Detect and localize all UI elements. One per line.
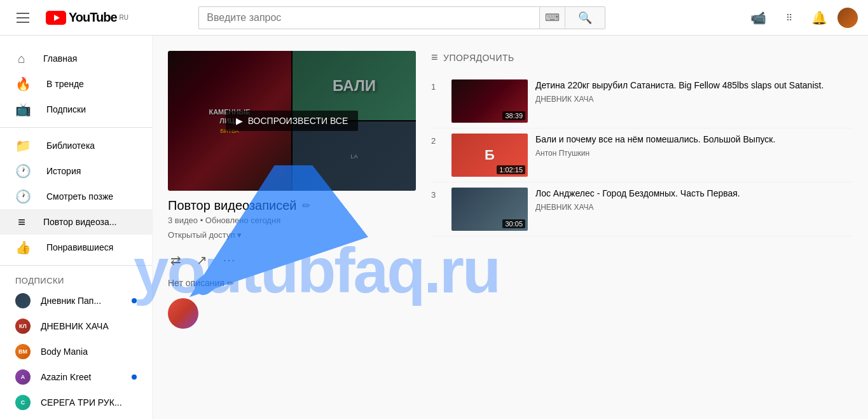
sort-header[interactable]: ≡ УПОРЯДОЧИТЬ xyxy=(431,51,853,74)
video-channel-2: Антон Птушкин xyxy=(535,149,853,158)
play-all-button[interactable]: ▶ ВОСПРОИЗВЕСТИ ВСЕ xyxy=(226,111,359,131)
playlist-meta: 3 видео • Обновлено сегодня xyxy=(168,216,416,225)
header-right: 📹 ⠿ 🔔 xyxy=(746,5,858,31)
subscriptions-title: ПОДПИСКИ xyxy=(0,271,152,288)
main-content: КАМЕННЫЕЛИЦА БИТВА БАЛИ LA xyxy=(153,36,868,419)
playlist-info: Повтор видеозаписей ✏ 3 видео • Обновлен… xyxy=(168,191,416,336)
playlist-thumbnail[interactable]: КАМЕННЫЕЛИЦА БИТВА БАЛИ LA xyxy=(168,51,416,191)
play-all-label: ВОСПРОИЗВЕСТИ ВСЕ xyxy=(248,116,348,126)
search-input[interactable] xyxy=(198,6,539,29)
video-thumb-wrap-1: 38:39 xyxy=(451,79,528,123)
sidebar-label-library: Библиотека xyxy=(46,141,95,151)
search-icon: 🔍 xyxy=(578,11,592,25)
video-title-2: Бали и почему все на нём помешались. Бол… xyxy=(535,134,853,146)
sub-avatar-3: BM xyxy=(15,344,31,359)
user-avatar-thumb[interactable] xyxy=(168,298,198,329)
playlist-video-item-2[interactable]: 2 Б 1:02:15 Бали и почему все на нём пом… xyxy=(431,128,853,182)
sidebar-item-subscriptions[interactable]: 📺 Подписки xyxy=(0,97,152,122)
sidebar-label-liked: Понравившиеся xyxy=(46,242,113,252)
no-desc-text: Нет описания xyxy=(168,278,224,288)
video-title-3: Лос Анджелес - Город Бездомных. Часть Пе… xyxy=(535,188,853,200)
video-info-2: Бали и почему все на нём помешались. Бол… xyxy=(535,134,853,158)
sidebar-label-history: История xyxy=(46,166,81,176)
edit-icon[interactable]: ✏ xyxy=(302,200,310,212)
playlist-title-row: Повтор видеозаписей ✏ xyxy=(168,198,416,213)
keyboard-icon: ⌨ xyxy=(545,11,560,24)
sub-item-1[interactable]: Дневник Пап... xyxy=(0,288,152,313)
video-duration-2: 1:02:15 xyxy=(497,165,525,174)
hamburger-icon xyxy=(14,10,32,25)
apps-icon: ⠿ xyxy=(786,13,792,22)
left-panel: КАМЕННЫЕЛИЦА БИТВА БАЛИ LA xyxy=(168,51,416,404)
search-bar: ⌨ 🔍 xyxy=(198,6,605,29)
sub-name-4: Azazin Kreet xyxy=(41,372,91,382)
sub-avatar-5: С xyxy=(15,395,31,410)
video-index-3: 3 xyxy=(431,188,444,200)
sidebar-label-replay: Повтор видеоза... xyxy=(43,217,116,227)
sidebar-item-replay[interactable]: ≡ Повтор видеоза... xyxy=(0,209,152,235)
avatar[interactable] xyxy=(837,8,858,28)
search-button[interactable]: 🔍 xyxy=(565,6,605,29)
sidebar-item-history[interactable]: 🕐 История xyxy=(0,158,152,184)
video-info-3: Лос Анджелес - Город Бездомных. Часть Пе… xyxy=(535,188,853,212)
sub-avatar-2: КЛ xyxy=(15,319,31,334)
upload-button[interactable]: 📹 xyxy=(746,5,771,31)
sub-item-5[interactable]: С СЕРЕГА ТРИ РУК... xyxy=(0,390,152,415)
logo-suffix: RU xyxy=(120,14,128,21)
watch-later-icon: 🕐 xyxy=(15,189,31,204)
playlist-actions: ⇄ ↗ ⋯ xyxy=(168,250,416,270)
sidebar-label-subscriptions: Подписки xyxy=(46,104,86,114)
sidebar-item-trending[interactable]: 🔥 В тренде xyxy=(0,71,152,97)
share-button[interactable]: ↗ xyxy=(194,250,210,270)
sort-icon: ≡ xyxy=(431,51,438,64)
playlist-video-item-3[interactable]: 3 30:05 Лос Анджелес - Город Бездомных. … xyxy=(431,182,853,237)
sub-item-2[interactable]: КЛ ДНЕВНИК ХАЧА xyxy=(0,313,152,339)
edit-desc-icon[interactable]: ✏ xyxy=(227,278,234,288)
sidebar-subscriptions-section: ПОДПИСКИ Дневник Пап... КЛ ДНЕВНИК ХАЧА … xyxy=(0,266,152,419)
no-description: Нет описания ✏ xyxy=(168,278,416,288)
bell-icon: 🔔 xyxy=(811,10,827,25)
history-icon: 🕐 xyxy=(15,163,31,179)
sub-name-2: ДНЕВНИК ХАЧА xyxy=(41,321,109,331)
sub-name-1: Дневник Пап... xyxy=(41,296,101,306)
video-info-1: Детина 220кг вырубил Сатаниста. Big Fell… xyxy=(535,79,853,104)
sub-item-4[interactable]: A Azazin Kreet xyxy=(0,364,152,390)
video-channel-3: ДНЕВНИК ХАЧА xyxy=(535,203,853,212)
sub-dot-4 xyxy=(132,374,137,380)
library-icon: 📁 xyxy=(15,138,31,153)
shuffle-button[interactable]: ⇄ xyxy=(168,250,184,270)
sub-name-5: СЕРЕГА ТРИ РУК... xyxy=(41,397,122,408)
sidebar-item-liked[interactable]: 👍 Понравившиеся xyxy=(0,235,152,260)
shuffle-icon: ⇄ xyxy=(170,253,181,267)
sidebar-item-home[interactable]: ⌂ Главная xyxy=(0,46,152,71)
notifications-button[interactable]: 🔔 xyxy=(807,5,832,31)
video-index-2: 2 xyxy=(431,134,444,146)
sidebar-item-library[interactable]: 📁 Библиотека xyxy=(0,133,152,158)
apps-button[interactable]: ⠿ xyxy=(776,5,802,31)
chevron-down-icon: ▾ xyxy=(237,230,242,240)
video-duration-3: 30:05 xyxy=(502,219,525,228)
sub-dot-1 xyxy=(132,298,137,303)
sidebar-label-trending: В тренде xyxy=(46,79,84,89)
sort-label: УПОРЯДОЧИТЬ xyxy=(443,53,514,63)
more-icon: ⋯ xyxy=(223,253,235,267)
sidebar-label-home: Главная xyxy=(43,53,77,64)
sub-item-3[interactable]: BM Body Mania xyxy=(0,339,152,364)
sidebar-item-watch-later[interactable]: 🕐 Смотреть позже xyxy=(0,184,152,209)
keyboard-button[interactable]: ⌨ xyxy=(539,6,565,29)
more-button[interactable]: ⋯ xyxy=(220,250,238,270)
sidebar-library-section: 📁 Библиотека 🕐 История 🕐 Смотреть позже … xyxy=(0,128,152,266)
trending-icon: 🔥 xyxy=(15,76,31,92)
hamburger-menu-button[interactable] xyxy=(10,5,36,31)
sub-avatar-4: A xyxy=(15,369,31,385)
avatar-image xyxy=(837,8,858,28)
playlist-title: Повтор видеозаписей xyxy=(168,198,297,213)
logo[interactable]: YouTubeRU xyxy=(46,10,128,25)
sidebar-label-watch-later: Смотреть позже xyxy=(46,191,113,202)
video-channel-1: ДНЕВНИК ХАЧА xyxy=(535,95,853,104)
right-panel: ≡ УПОРЯДОЧИТЬ 1 38:39 Детина 220кг выруб… xyxy=(431,51,853,404)
share-icon: ↗ xyxy=(196,253,207,267)
video-thumb-wrap-3: 30:05 xyxy=(451,188,528,231)
playlist-video-item-1[interactable]: 1 38:39 Детина 220кг вырубил Сатаниста. … xyxy=(431,74,853,128)
playlist-access[interactable]: Открытый доступ ▾ xyxy=(168,230,416,240)
